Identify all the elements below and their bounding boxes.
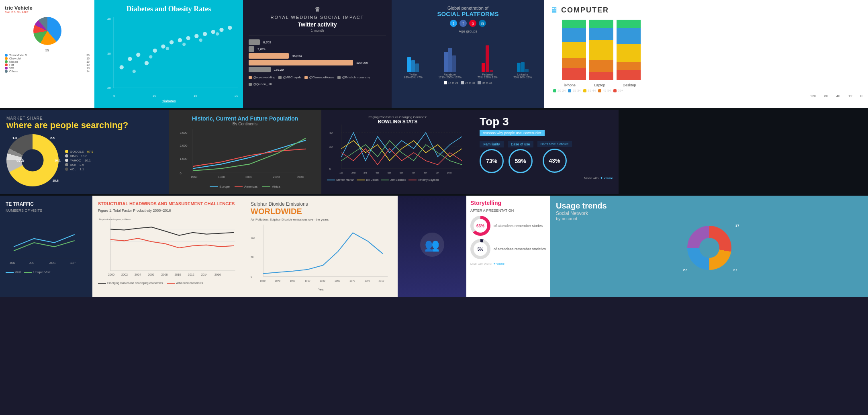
top3-subtitle-banner: reasons why people use PowerPoint — [480, 130, 545, 136]
usage-subtitle: Social Network — [556, 211, 862, 216]
royal-legend: @royalwedding @ABCroyals @ClarenceHouse … — [249, 76, 386, 86]
structural-legend: Emerging market and developing economies… — [98, 282, 239, 284]
people-silhouette: 👥 — [420, 233, 444, 257]
svg-text:2040: 2040 — [297, 175, 304, 179]
card-royal: ♛ ROYAL WEDDING SOCIAL IMPACT Twitter ac… — [243, 0, 392, 108]
twitter-icon: t — [450, 20, 457, 27]
svg-text:100: 100 — [251, 237, 255, 239]
sulphur-chart-title: Air Pollution: Sulphur Dioxide emissions… — [251, 218, 392, 221]
svg-text:6th: 6th — [400, 172, 403, 174]
top3-familiarity: Familiarity 73% — [480, 141, 504, 173]
svg-text:JUL: JUL — [29, 262, 35, 264]
svg-point-19 — [216, 32, 219, 35]
structural-svg: Population mid-year, millions 2000 2002 … — [98, 216, 239, 280]
age-legend: 16 to 24 25 to 34 35 to 44 — [397, 81, 539, 84]
top3-no-choice: Don't have a choice 43% — [537, 141, 572, 173]
svg-point-18 — [199, 39, 202, 42]
linkedin-icon: in — [479, 20, 486, 27]
svg-text:JUN: JUN — [10, 262, 15, 264]
svg-text:SEP: SEP — [70, 262, 76, 264]
market-chart-area: 2.5 1.3 10.1 18.6 67.5 GOOGLE67.5 BING18… — [6, 134, 162, 186]
svg-text:2008: 2008 — [161, 273, 167, 276]
computer-legend: 20-24 25-34 35-44 45-54 55+ — [550, 89, 862, 92]
monitor-icon: 🖥 — [550, 6, 558, 15]
svg-point-7 — [178, 38, 182, 42]
card-top3: Top 3 reasons why people use PowerPoint … — [474, 110, 619, 194]
svg-point-6 — [170, 40, 174, 44]
structural-chart-title: Figure 1: Total Factor Productivity 2000… — [98, 209, 239, 213]
storytelling-layout: 👥 Storytelling AFTER A PRESENTATION 63% … — [398, 196, 550, 297]
traffic-svg: JUN JUL AUG SEP — [6, 217, 87, 269]
facebook-icon: f — [460, 20, 467, 27]
age-groups-label: Age groups — [397, 29, 539, 33]
traffic-legend: Visit Unique Visit — [6, 270, 87, 274]
card-diabetes: Diabetes and Obesity Rates 40 30 20 — [94, 0, 243, 108]
card-market: MARKET SHARE where are people searching?… — [0, 110, 169, 194]
ev-title: tric Vehicle — [5, 5, 90, 11]
row2: MARKET SHARE where are people searching?… — [0, 110, 868, 194]
population-subtitle: By Continents — [174, 122, 316, 126]
stat1-row: 63% of attendees remember stories — [470, 216, 546, 236]
svg-text:1870: 1870 — [275, 279, 280, 282]
svg-text:AUG: AUG — [49, 262, 55, 264]
population-chart: 0 1,000 2,000 3,000 1960 1980 2000 2020 … — [174, 129, 316, 182]
iphone-bar — [562, 20, 586, 80]
svg-text:1970: 1970 — [349, 279, 355, 282]
card-population: Historic, Current And Future Population … — [169, 110, 321, 194]
ev-legend: Tesla Model S39 Chevrolet16 Nissan15 Fia… — [5, 54, 90, 73]
svg-point-0 — [120, 65, 124, 69]
svg-text:2004: 2004 — [135, 273, 141, 276]
stat1-text: of attendees remember stories — [494, 224, 543, 228]
svg-text:1980: 1980 — [218, 175, 225, 179]
svg-point-2 — [136, 53, 140, 57]
top3-ease-of-use: Ease of use 59% — [508, 141, 533, 173]
structural-title: STRUCTURAL HEADWINDS AND MEASUREMENT CHA… — [98, 201, 239, 206]
svg-point-3 — [145, 61, 149, 65]
card-storytelling: 👥 Storytelling AFTER A PRESENTATION 63% … — [398, 196, 550, 297]
svg-point-15 — [149, 55, 152, 58]
card-traffic: TE TRAFFIC NUMBERS OF VISITS JUN JUL AUG… — [0, 196, 92, 297]
svg-text:0: 0 — [180, 172, 182, 175]
card-structural: STRUCTURAL HEADWINDS AND MEASUREMENT CHA… — [92, 196, 245, 297]
bowling-subtitle: Raging Roadsters vs Charging Cannons: — [327, 115, 468, 119]
stat2-donut: 5% — [470, 239, 490, 259]
card-bowling: Raging Roadsters vs Charging Cannons: BO… — [321, 110, 474, 194]
svg-text:3,000: 3,000 — [180, 131, 188, 135]
storytelling-content: Storytelling AFTER A PRESENTATION 63% of… — [466, 196, 550, 297]
royal-period: 1 month — [249, 29, 386, 33]
twitter-label: Twitter — [409, 73, 417, 76]
device-labels: iPhone Laptop Desktop — [550, 83, 862, 87]
row3: TE TRAFFIC NUMBERS OF VISITS JUN JUL AUG… — [0, 196, 868, 297]
svg-point-12 — [219, 28, 223, 32]
desktop-bar — [617, 20, 641, 80]
svg-text:1890: 1890 — [290, 279, 295, 282]
market-legend: GOOGLE67.5 BING18.8 YAHOO10.1 ASK2.5 AOL… — [65, 149, 93, 172]
svg-text:1850: 1850 — [260, 279, 266, 282]
social-subtitle: SOCIAL PLATFORMS — [397, 10, 539, 17]
svg-text:2000: 2000 — [245, 175, 252, 179]
top3-title: Top 3 — [480, 115, 613, 128]
ev-donut-chart — [33, 17, 61, 45]
svg-text:2016: 2016 — [214, 273, 221, 276]
card-powerpoint — [619, 110, 868, 194]
svg-point-9 — [194, 34, 198, 38]
traffic-subtitle: NUMBERS OF VISITS — [6, 209, 87, 213]
market-pie-chart: 2.5 1.3 10.1 18.6 67.5 — [6, 134, 59, 186]
royal-title: ROYAL WEDDING SOCIAL IMPACT — [249, 15, 386, 20]
svg-point-4 — [153, 49, 157, 53]
diabetes-x-label: Diabetes — [99, 99, 238, 103]
svg-text:2012: 2012 — [188, 273, 194, 276]
diabetes-title: Diabetes and Obesity Rates — [99, 5, 238, 13]
svg-point-8 — [186, 36, 190, 40]
pinterest-label: Pinterest — [482, 73, 493, 76]
computer-y-axis: 120 80 40 12 0 — [550, 94, 862, 98]
row1: tric Vehicle SALES SHARE 39 Tesla Model … — [0, 0, 868, 108]
svg-text:1960: 1960 — [191, 175, 198, 179]
svg-text:1st: 1st — [339, 172, 343, 174]
computer-title: COMPUTER — [561, 6, 609, 14]
svg-text:50: 50 — [251, 256, 253, 258]
svg-text:2000: 2000 — [108, 273, 114, 276]
structural-chart: Population mid-year, millions 2000 2002 … — [98, 216, 239, 280]
svg-text:1910: 1910 — [305, 279, 310, 282]
usage-donut-hole — [699, 238, 719, 258]
